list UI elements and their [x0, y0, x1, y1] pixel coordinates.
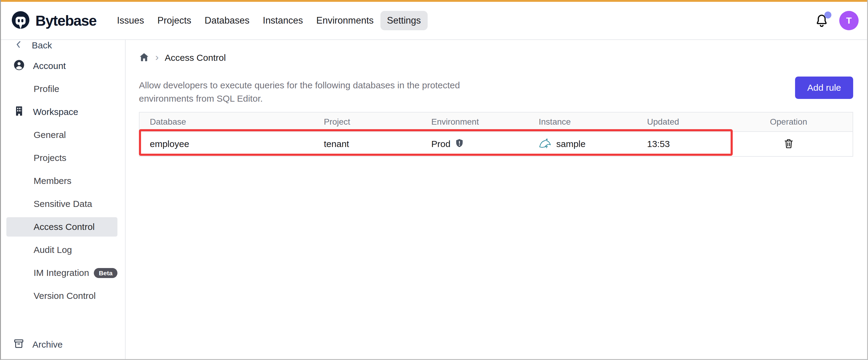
header-right: T — [814, 11, 859, 30]
notification-dot — [825, 11, 831, 19]
top-navbar: Bytebase Issues Projects Databases Insta… — [1, 2, 867, 40]
mysql-icon — [539, 138, 552, 150]
breadcrumb: › Access Control — [139, 52, 853, 64]
table-header-row: Database Project Environment Instance Up… — [140, 112, 852, 132]
add-rule-button[interactable]: Add rule — [795, 76, 853, 99]
bytebase-logo-icon — [11, 10, 30, 31]
brand-logo[interactable]: Bytebase — [11, 10, 96, 31]
cell-database: employee — [140, 139, 314, 149]
breadcrumb-current: Access Control — [165, 53, 226, 63]
nav-item-settings[interactable]: Settings — [380, 11, 428, 30]
sidebar-item-archive[interactable]: Archive — [1, 336, 63, 353]
sidebar-item-projects[interactable]: Projects — [1, 146, 125, 169]
notifications-button[interactable] — [814, 13, 829, 28]
avatar[interactable]: T — [839, 11, 859, 30]
trash-icon — [783, 138, 794, 150]
cell-environment: Prod — [421, 138, 528, 150]
column-header-instance: Instance — [528, 117, 637, 127]
delete-rule-button[interactable] — [783, 138, 794, 150]
nav-item-projects[interactable]: Projects — [151, 11, 198, 30]
cell-updated: 13:53 — [637, 139, 724, 149]
sidebar-item-sensitive-data[interactable]: Sensitive Data — [1, 192, 125, 216]
bytebase-app-window: Bytebase Issues Projects Databases Insta… — [0, 0, 868, 360]
access-rules-table: Database Project Environment Instance Up… — [139, 112, 853, 157]
sidebar-section-workspace: Workspace — [1, 100, 125, 124]
chevron-left-icon — [14, 40, 23, 51]
main-nav: Issues Projects Databases Instances Envi… — [110, 11, 427, 30]
back-button[interactable]: Back — [1, 40, 125, 55]
chevron-right-icon: › — [155, 52, 159, 62]
brand-name: Bytebase — [35, 12, 96, 29]
column-header-project: Project — [314, 117, 421, 127]
archive-label: Archive — [32, 339, 63, 350]
column-header-updated: Updated — [637, 117, 724, 127]
main-content: › Access Control Allow developers to exe… — [126, 40, 867, 359]
nav-item-environments[interactable]: Environments — [310, 11, 380, 30]
instance-name: sample — [556, 139, 586, 149]
bell-icon — [814, 24, 829, 29]
cell-project: tenant — [314, 139, 421, 149]
column-header-environment: Environment — [421, 117, 528, 127]
home-icon[interactable] — [139, 52, 149, 64]
sidebar-item-audit-log[interactable]: Audit Log — [1, 238, 125, 261]
environment-name: Prod — [431, 139, 451, 149]
sidebar-item-profile[interactable]: Profile — [1, 77, 125, 100]
account-circle-icon — [13, 59, 25, 73]
back-label: Back — [32, 40, 52, 51]
nav-item-instances[interactable]: Instances — [256, 11, 310, 30]
nav-item-issues[interactable]: Issues — [110, 11, 151, 30]
table-row[interactable]: employee tenant Prod — [140, 132, 852, 156]
sidebar-item-members[interactable]: Members — [1, 169, 125, 192]
sidebar-section-label: Workspace — [33, 107, 79, 117]
beta-badge: Beta — [94, 268, 117, 278]
sidebar-section-account: Account — [1, 55, 125, 77]
sidebar-section-label: Account — [33, 61, 66, 71]
shield-exclamation-icon — [455, 138, 464, 150]
sidebar-item-access-control[interactable]: Access Control — [6, 217, 117, 236]
sidebar-item-version-control[interactable]: Version Control — [1, 284, 125, 307]
cell-operation — [724, 138, 852, 150]
sidebar-item-label: IM Integration — [34, 268, 89, 278]
column-header-operation: Operation — [724, 117, 852, 127]
column-header-database: Database — [140, 117, 314, 127]
sidebar-item-general[interactable]: General — [1, 124, 125, 146]
archive-icon — [13, 338, 25, 352]
page-description: Allow developers to execute queries for … — [139, 79, 499, 105]
sidebar-item-im-integration[interactable]: IM Integration Beta — [1, 261, 125, 284]
building-icon — [13, 105, 25, 119]
nav-item-databases[interactable]: Databases — [198, 11, 256, 30]
settings-sidebar: Back Account Profile — [1, 40, 126, 359]
app-body: Back Account Profile — [1, 40, 867, 359]
cell-instance: sample — [528, 138, 637, 150]
